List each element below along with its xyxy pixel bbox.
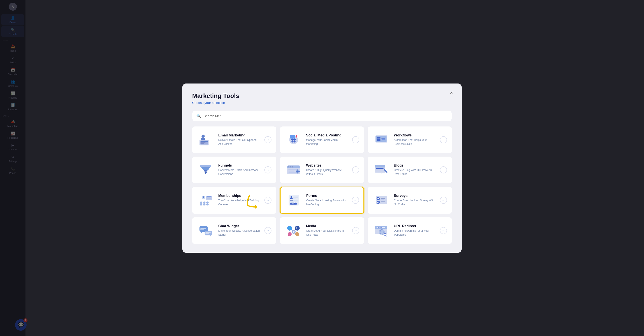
tool-chat-widget-info: Chat Widget Make Your Website A Conversa… xyxy=(218,224,261,237)
tool-workflows-info: Workflows Automation That Helps Your Bus… xyxy=(394,133,436,146)
svg-rect-54 xyxy=(207,196,212,197)
tool-surveys-name: Surveys xyxy=(394,194,436,198)
svg-rect-11 xyxy=(291,141,296,142)
blogs-icon xyxy=(372,162,390,178)
svg-rect-18 xyxy=(382,138,386,140)
svg-rect-33 xyxy=(288,171,294,171)
tool-blogs-arrow[interactable]: → xyxy=(440,166,447,173)
tool-chat-widget-arrow[interactable]: → xyxy=(264,227,272,234)
tool-email-marketing-name: Email Marketing xyxy=(218,133,261,137)
tool-card-forms[interactable]: Forms Create Great Looking Forms With No… xyxy=(280,187,364,214)
svg-rect-20 xyxy=(378,138,379,139)
tool-funnels-desc: Convert More Traffic And Increase Conver… xyxy=(218,168,261,176)
tool-funnels-info: Funnels Convert More Traffic And Increas… xyxy=(218,163,261,176)
tool-card-funnels[interactable]: Funnels Convert More Traffic And Increas… xyxy=(192,157,276,183)
tool-social-media-name: Social Media Posting xyxy=(306,133,348,137)
tool-media-arrow[interactable]: → xyxy=(352,227,359,234)
tool-memberships-name: Memberships xyxy=(218,194,261,198)
svg-marker-78 xyxy=(210,235,211,236)
modal-title: Marketing Tools xyxy=(192,92,452,99)
memberships-icon xyxy=(197,192,215,208)
tool-blogs-info: Blogs Create A Blog With Our Powerful Po… xyxy=(394,163,436,176)
surveys-icon xyxy=(372,192,390,208)
svg-rect-64 xyxy=(290,200,293,201)
svg-rect-4 xyxy=(201,143,204,144)
tool-card-chat-widget[interactable]: Chat Widget Make Your Website A Conversa… xyxy=(192,217,276,244)
tool-websites-info: Websites Create A High Quality Website W… xyxy=(306,163,348,176)
svg-point-51 xyxy=(206,201,209,204)
marketing-tools-modal: × Marketing Tools Choose your selection … xyxy=(182,83,462,253)
svg-rect-43 xyxy=(376,171,383,171)
search-bar[interactable]: 🔍 xyxy=(192,111,452,121)
svg-rect-41 xyxy=(376,168,384,169)
tools-grid: Email Marketing Deliver Emails That Get … xyxy=(192,126,452,244)
svg-rect-56 xyxy=(207,198,211,199)
svg-rect-76 xyxy=(200,229,204,230)
close-button[interactable]: × xyxy=(448,89,456,97)
tool-card-memberships[interactable]: Memberships Turn Your Knowledge Into Tra… xyxy=(192,187,276,214)
search-icon: 🔍 xyxy=(196,114,201,118)
url-redirect-icon: WWW xyxy=(372,223,390,239)
svg-rect-6 xyxy=(201,138,205,140)
tool-memberships-arrow[interactable]: → xyxy=(264,197,272,204)
tool-memberships-info: Memberships Turn Your Knowledge Into Tra… xyxy=(218,194,261,206)
tool-forms-name: Forms xyxy=(306,194,348,198)
svg-rect-80 xyxy=(206,233,209,234)
websites-icon xyxy=(285,162,302,178)
social-media-icon xyxy=(285,132,302,148)
tool-funnels-name: Funnels xyxy=(218,163,261,167)
tool-forms-arrow[interactable]: → xyxy=(352,197,359,204)
tool-card-surveys[interactable]: Surveys Create Great Looking Survey With… xyxy=(368,187,452,214)
tool-workflows-arrow[interactable]: → xyxy=(440,136,447,143)
svg-rect-3 xyxy=(201,142,206,143)
svg-point-59 xyxy=(290,196,292,198)
svg-rect-61 xyxy=(293,196,298,197)
svg-rect-21 xyxy=(200,165,211,167)
tool-email-marketing-info: Email Marketing Deliver Emails That Get … xyxy=(218,133,261,146)
tool-media-name: Media xyxy=(306,224,348,228)
tool-social-media-arrow[interactable]: → xyxy=(352,136,359,143)
svg-rect-24 xyxy=(205,171,207,173)
svg-rect-12 xyxy=(290,135,295,138)
tool-email-marketing-desc: Deliver Emails That Get Opened And Click… xyxy=(218,138,261,146)
tool-email-marketing-arrow[interactable]: → xyxy=(264,136,272,143)
tool-card-media[interactable]: 🐦 f Media Organize Al xyxy=(280,217,364,244)
search-input[interactable] xyxy=(204,114,448,118)
tool-funnels-arrow[interactable]: → xyxy=(264,166,272,173)
tool-card-blogs[interactable]: Blogs Create A Blog With Our Powerful Po… xyxy=(368,157,452,183)
funnels-icon xyxy=(197,162,215,178)
workflows-icon xyxy=(372,132,390,148)
tool-websites-arrow[interactable]: → xyxy=(352,166,359,173)
svg-rect-17 xyxy=(377,139,380,141)
tool-card-workflows[interactable]: Workflows Automation That Helps Your Bus… xyxy=(368,126,452,153)
tool-card-websites[interactable]: Websites Create A High Quality Website W… xyxy=(280,157,364,183)
tool-card-email-marketing[interactable]: Email Marketing Deliver Emails That Get … xyxy=(192,126,276,153)
tool-card-url-redirect[interactable]: WWW URL Redirect Domain forwarding for a… xyxy=(368,217,452,244)
tool-url-redirect-arrow[interactable]: → xyxy=(440,227,447,234)
svg-rect-50 xyxy=(203,204,206,205)
tool-websites-name: Websites xyxy=(306,163,348,167)
svg-rect-23 xyxy=(204,170,208,171)
tool-forms-desc: Create Great Looking Forms With No Codin… xyxy=(306,199,348,206)
tool-url-redirect-desc: Domain forwarding for all your webpages xyxy=(394,229,436,237)
svg-point-31 xyxy=(292,166,293,167)
tool-chat-widget-desc: Make Your Website A Conversation Starter xyxy=(218,229,261,237)
svg-marker-45 xyxy=(382,173,382,174)
svg-rect-40 xyxy=(375,166,385,167)
svg-marker-22 xyxy=(201,167,210,170)
tool-chat-widget-name: Chat Widget xyxy=(218,224,261,228)
tool-surveys-arrow[interactable]: → xyxy=(440,197,447,204)
svg-rect-68 xyxy=(380,198,386,199)
tool-card-social-media[interactable]: Social Media Posting Manage Your Social … xyxy=(280,126,364,153)
svg-point-30 xyxy=(290,166,291,167)
svg-marker-74 xyxy=(201,232,202,233)
media-icon: 🐦 f xyxy=(285,223,302,239)
svg-rect-55 xyxy=(207,198,210,198)
tool-surveys-desc: Create Great Looking Survey With No Codi… xyxy=(394,199,436,206)
svg-text:🐦: 🐦 xyxy=(288,227,292,230)
svg-rect-52 xyxy=(206,204,209,205)
tool-workflows-desc: Automation That Helps Your Business Scal… xyxy=(394,138,436,146)
tool-media-desc: Organize All Your Digital Files In One P… xyxy=(306,229,348,237)
tool-websites-desc: Create A High Quality Website Without Li… xyxy=(306,168,348,176)
forms-icon xyxy=(285,192,303,208)
